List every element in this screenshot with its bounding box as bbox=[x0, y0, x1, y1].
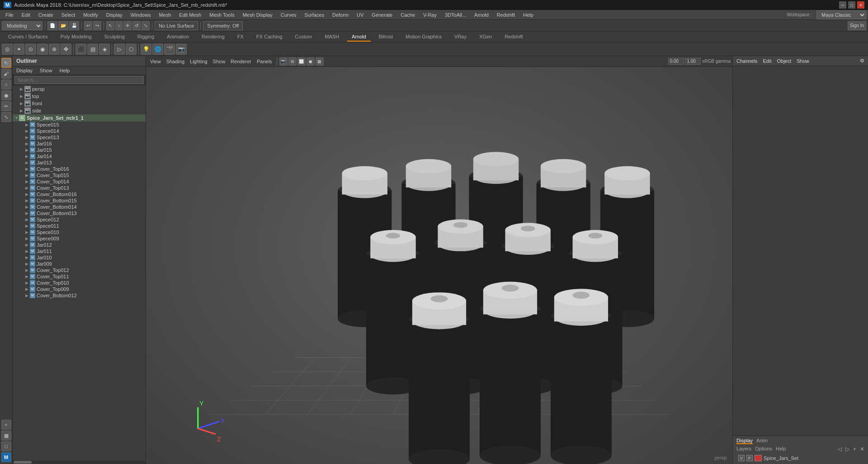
tab-arnold[interactable]: Arnold bbox=[347, 33, 371, 42]
list-item[interactable]: ▶MCover_Top015 bbox=[13, 172, 146, 178]
shelf-icon-14[interactable]: 🎬 bbox=[164, 44, 175, 55]
symmetry-btn[interactable]: Symmetry: Off bbox=[203, 21, 243, 30]
list-item[interactable]: ▶MCover_Bottom016 bbox=[13, 191, 146, 197]
shelf-icon-15[interactable]: 📷 bbox=[176, 44, 187, 55]
outliner-menu-help[interactable]: Help bbox=[58, 67, 72, 74]
list-item[interactable]: ▶MSpece012 bbox=[13, 216, 146, 223]
list-item[interactable]: ▶MSpece010 bbox=[13, 229, 146, 235]
menu-mesh-display[interactable]: Mesh Display bbox=[239, 11, 276, 19]
list-item[interactable]: ▶MJar014 bbox=[13, 153, 146, 159]
tab-anim[interactable]: Anim bbox=[756, 438, 768, 444]
vp-icon-grid[interactable]: ⊞ bbox=[288, 57, 297, 66]
move-btn[interactable]: ✛ bbox=[123, 21, 132, 30]
tab-custom[interactable]: Custom bbox=[290, 33, 316, 42]
shelf-icon-1[interactable]: ◎ bbox=[2, 44, 13, 55]
undo-btn[interactable]: ↩ bbox=[84, 21, 92, 30]
list-item[interactable]: ▶ 📷 front bbox=[13, 100, 146, 107]
shelf-icon-13[interactable]: 🌐 bbox=[152, 44, 163, 55]
menu-file[interactable]: File bbox=[2, 11, 17, 19]
tab-display[interactable]: Display bbox=[736, 438, 753, 444]
menu-generate[interactable]: Generate bbox=[368, 11, 396, 19]
channelbox-icon-1[interactable]: ⚙ bbox=[860, 58, 864, 64]
tab-poly-modeling[interactable]: Poly Modeling bbox=[56, 33, 96, 42]
channelbox-tab-channels[interactable]: Channels bbox=[736, 58, 757, 64]
shelf-icon-3[interactable]: ⊙ bbox=[25, 44, 36, 55]
open-btn[interactable]: 📂 bbox=[58, 21, 68, 30]
maximize-button[interactable]: □ bbox=[848, 1, 855, 9]
tab-motion-graphics[interactable]: Motion Graphics bbox=[401, 33, 446, 42]
tab-bifrost[interactable]: Bifrost bbox=[374, 33, 397, 42]
vp-icon-shaded[interactable]: ◼ bbox=[307, 57, 315, 66]
shelf-icon-6[interactable]: ✤ bbox=[61, 44, 71, 55]
redo-btn[interactable]: ↪ bbox=[93, 21, 101, 30]
layer-btn-3[interactable]: + bbox=[853, 446, 856, 452]
channelbox-tab-edit[interactable]: Edit bbox=[763, 58, 771, 64]
vp-icon-wireframe[interactable]: ⬜ bbox=[297, 57, 306, 66]
tab-animation[interactable]: Animation bbox=[162, 33, 193, 42]
tab-fx-caching[interactable]: FX Caching bbox=[252, 33, 287, 42]
menu-deform[interactable]: Deform bbox=[329, 11, 352, 19]
window-controls[interactable]: ─ □ ✕ bbox=[839, 1, 864, 9]
menu-modify[interactable]: Modify bbox=[80, 11, 101, 19]
layer-btn-2[interactable]: ▷ bbox=[845, 446, 849, 452]
list-item[interactable]: ▶ 📷 persp bbox=[13, 85, 146, 93]
save-btn[interactable]: 💾 bbox=[69, 21, 79, 30]
outliner-scrollbar[interactable] bbox=[13, 460, 146, 464]
layer-color-swatch[interactable] bbox=[755, 455, 762, 461]
menu-display[interactable]: Display bbox=[103, 11, 126, 19]
list-item[interactable]: ▶MCover_Top011 bbox=[13, 273, 146, 280]
list-item[interactable]: ▶ 📷 top bbox=[13, 93, 146, 100]
vp-menu-shading[interactable]: Shading bbox=[164, 58, 187, 65]
shelf-icon-4[interactable]: ◉ bbox=[37, 44, 48, 55]
live-surface-btn[interactable]: No Live Surface bbox=[155, 21, 198, 30]
list-item[interactable]: ▶MCover_Top009 bbox=[13, 286, 146, 292]
list-item[interactable]: ▶MJar011 bbox=[13, 248, 146, 254]
menu-arnold[interactable]: Arnold bbox=[471, 11, 492, 19]
menu-create[interactable]: Create bbox=[35, 11, 57, 19]
list-item[interactable]: ▶MCover_Top016 bbox=[13, 166, 146, 172]
shelf-icon-9[interactable]: ◈ bbox=[99, 44, 110, 55]
shelf-icon-2[interactable]: ✦ bbox=[14, 44, 24, 55]
list-item[interactable]: ▶MCover_Bottom014 bbox=[13, 204, 146, 210]
list-item[interactable]: ▶MCover_Bottom013 bbox=[13, 210, 146, 216]
select-tool-btn[interactable]: ↖ bbox=[106, 21, 114, 30]
maya-m-btn[interactable]: M bbox=[1, 452, 11, 462]
vp-menu-show[interactable]: Show bbox=[211, 58, 228, 65]
list-item[interactable]: ▶MJar012 bbox=[13, 242, 146, 248]
layer-btn-4[interactable]: ✕ bbox=[860, 446, 864, 452]
gamma-input[interactable] bbox=[668, 58, 684, 65]
viewport-panel[interactable]: View Shading Lighting Show Renderer Pane… bbox=[146, 56, 732, 464]
options-tab[interactable]: Options bbox=[755, 446, 772, 452]
menu-help[interactable]: Help bbox=[519, 11, 537, 19]
list-item[interactable]: ▼ G Spice_Jars_Set_nclr1_1 bbox=[13, 114, 146, 122]
list-item[interactable]: ▶MJar010 bbox=[13, 254, 146, 261]
tab-vray[interactable]: VRay bbox=[450, 33, 471, 42]
list-item[interactable]: ▶MSpece015 bbox=[13, 122, 146, 128]
viewport-3d[interactable]: X Y Z persp bbox=[146, 67, 732, 464]
rotate-btn[interactable]: ↺ bbox=[132, 21, 141, 30]
vp-icon-camera[interactable]: 📷 bbox=[279, 57, 288, 66]
list-item[interactable]: ▶MJar009 bbox=[13, 261, 146, 267]
menu-redshift[interactable]: Redshift bbox=[493, 11, 519, 19]
menu-uv[interactable]: UV bbox=[353, 11, 367, 19]
menu-curves[interactable]: Curves bbox=[277, 11, 300, 19]
layers-tab[interactable]: Layers bbox=[736, 446, 751, 452]
tab-fx[interactable]: FX bbox=[233, 33, 248, 42]
list-item[interactable]: ▶MJar015 bbox=[13, 147, 146, 153]
vp-menu-lighting[interactable]: Lighting bbox=[188, 58, 210, 65]
transform-tool[interactable]: ⤡ bbox=[1, 112, 11, 122]
tab-curves-surfaces[interactable]: Curves / Surfaces bbox=[4, 33, 52, 42]
quick-sel-btn[interactable]: □ bbox=[1, 441, 11, 451]
vp-menu-view[interactable]: View bbox=[148, 58, 163, 65]
select-tool[interactable]: ↖ bbox=[1, 58, 11, 68]
shelf-icon-5[interactable]: ⊕ bbox=[49, 44, 60, 55]
scale-btn[interactable]: ⤡ bbox=[142, 21, 150, 30]
menu-select[interactable]: Select bbox=[58, 11, 79, 19]
render-btn[interactable]: ▦ bbox=[1, 431, 11, 441]
paint-tool[interactable]: 🖌 bbox=[1, 69, 11, 79]
help-tab[interactable]: Help bbox=[776, 446, 786, 452]
list-item[interactable]: ▶MCover_Top014 bbox=[13, 178, 146, 185]
layer-visibility-btn[interactable]: V bbox=[738, 455, 745, 461]
list-item[interactable]: ▶ 📷 side bbox=[13, 107, 146, 114]
display-layer-btn[interactable]: ≡ bbox=[1, 420, 11, 430]
